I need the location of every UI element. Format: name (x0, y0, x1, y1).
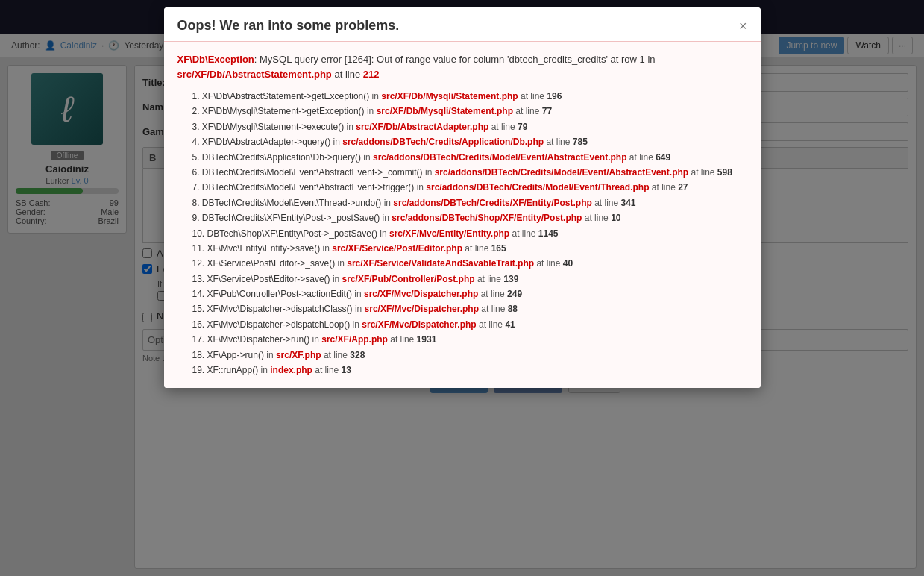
stack-line: 77 (542, 106, 552, 116)
stack-trace-item: XF\Mvc\Dispatcher->run() in src/XF/App.p… (192, 332, 747, 347)
stack-trace-item: DBTech\Shop\XF\Entity\Post->_postSave() … (192, 226, 747, 241)
stack-line: 649 (656, 152, 670, 163)
error-at-line-label: at line (334, 69, 362, 80)
stack-file: src/addons/DBTech/Credits/Model/Event/Ab… (435, 167, 689, 178)
stack-method: DBTech\Credits\Application\Db->query() (202, 152, 361, 163)
stack-file: src/addons/DBTech/Credits/Application/Db… (342, 137, 544, 147)
stack-trace-item: XF\Service\Post\Editor->save() in src/XF… (192, 272, 747, 287)
stack-method: XF\Service\Post\Editor->_save() (207, 258, 336, 269)
stack-method: DBTech\Shop\XF\Entity\Post->_postSave() (207, 228, 377, 239)
stack-file: src/addons/DBTech/Credits/Model/Event/Ab… (373, 152, 627, 163)
stack-trace-item: XF\Pub\Controller\Post->actionEdit() in … (192, 287, 747, 301)
stack-trace-item: DBTech\Credits\Model\Event\Thread->undo(… (192, 195, 747, 210)
stack-file: src/XF.php (276, 350, 321, 360)
stack-line: 1145 (538, 228, 559, 239)
stack-method: DBTech\Credits\Model\Event\AbstractEvent… (202, 182, 414, 192)
error-modal: Oops! We ran into some problems. × XF\Db… (164, 7, 761, 388)
stack-trace-item: XF\Mvc\Entity\Entity->save() in src/XF/S… (192, 241, 747, 256)
stack-line: 165 (491, 243, 506, 254)
stack-file: src/XF/Mvc/Dispatcher.php (365, 304, 479, 314)
stack-line: 1931 (417, 334, 437, 345)
stack-file: src/XF/Db/Mysqli/Statement.php (377, 106, 513, 116)
stack-file: src/XF/Mvc/Dispatcher.php (364, 289, 478, 299)
stack-method: DBTech\Credits\Model\Event\AbstractEvent… (202, 167, 423, 178)
stack-trace-item: XF\Db\AbstractAdapter->query() in src/ad… (192, 134, 747, 149)
error-file: src/XF/Db/AbstractStatement.php (177, 69, 332, 80)
stack-method: XF\App->run() (207, 350, 264, 360)
stack-method: DBTech\Credits\Model\Event\Thread->undo(… (202, 198, 381, 208)
stack-trace-item: XF\Mvc\Dispatcher->dispatchLoop() in src… (192, 317, 747, 332)
stack-trace-list: XF\Db\AbstractStatement->getException() … (177, 89, 747, 378)
modal-overlay: Oops! We ran into some problems. × XF\Db… (0, 0, 924, 576)
stack-file: src/XF/App.php (321, 334, 388, 345)
stack-trace-item: DBTech\Credits\Application\Db->query() i… (192, 150, 747, 165)
stack-line: 598 (717, 167, 732, 178)
stack-trace-item: XF::runApp() in index.php at line 13 (192, 363, 747, 378)
stack-file: src/XF/Service/Post/Editor.php (332, 243, 462, 254)
stack-method: XF::runApp() (207, 365, 259, 375)
error-message-text: : MySQL query error [1264]: Out of range… (254, 54, 656, 65)
error-line-number: 212 (363, 69, 380, 80)
stack-line: 10 (611, 213, 620, 223)
stack-file: index.php (270, 365, 312, 375)
stack-trace-item: XF\Service\Post\Editor->_save() in src/X… (192, 256, 747, 271)
error-type: XF\Db\Exception (177, 54, 254, 65)
stack-file: src/XF/Service/ValidateAndSavableTrait.p… (347, 258, 534, 269)
stack-trace-item: DBTech\Credits\Model\Event\AbstractEvent… (192, 180, 747, 195)
stack-file: src/XF/Db/AbstractAdapter.php (356, 122, 488, 132)
stack-file: src/addons/DBTech/Credits/Model/Event/Th… (426, 182, 649, 192)
modal-close-button[interactable]: × (739, 19, 747, 33)
stack-line: 79 (518, 122, 527, 132)
stack-method: XF\Db\AbstractAdapter->query() (202, 137, 330, 147)
stack-file: src/XF/Mvc/Entity/Entity.php (389, 228, 509, 239)
stack-method: XF\Db\Mysqli\Statement->getException() (202, 106, 365, 116)
stack-trace-item: XF\App->run() in src/XF.php at line 328 (192, 348, 747, 363)
stack-line: 196 (547, 91, 562, 101)
stack-trace-item: DBTech\Credits\XF\Entity\Post->_postSave… (192, 210, 747, 225)
stack-file: src/XF/Db/Mysqli/Statement.php (381, 91, 518, 101)
stack-line: 341 (621, 198, 636, 208)
stack-file: src/addons/DBTech/Credits/XF/Entity/Post… (393, 198, 591, 208)
stack-method: XF\Mvc\Dispatcher->dispatchClass() (207, 304, 353, 314)
stack-trace-item: XF\Db\AbstractStatement->getException() … (192, 89, 747, 104)
stack-method: DBTech\Credits\XF\Entity\Post->_postSave… (202, 213, 380, 223)
stack-method: XF\Mvc\Dispatcher->run() (207, 334, 310, 345)
stack-line: 88 (508, 304, 518, 314)
stack-file: src/XF/Pub/Controller/Post.php (342, 274, 475, 284)
stack-trace-item: XF\Db\Mysqli\Statement->getException() i… (192, 104, 747, 119)
stack-line: 139 (503, 274, 518, 284)
stack-line: 249 (507, 289, 522, 299)
stack-trace-item: DBTech\Credits\Model\Event\AbstractEvent… (192, 165, 747, 180)
stack-method: XF\Mvc\Dispatcher->dispatchLoop() (207, 319, 351, 330)
stack-line: 785 (573, 137, 588, 147)
stack-line: 40 (563, 258, 573, 269)
stack-trace-item: XF\Mvc\Dispatcher->dispatchClass() in sr… (192, 301, 747, 316)
stack-file: src/XF/Mvc/Dispatcher.php (362, 319, 476, 330)
stack-file: src/addons/DBTech/Shop/XF/Entity/Post.ph… (392, 213, 582, 223)
modal-title: Oops! We ran into some problems. (177, 18, 400, 34)
error-main-message: XF\Db\Exception: MySQL query error [1264… (177, 52, 747, 81)
stack-line: 328 (350, 350, 365, 360)
stack-method: XF\Mvc\Entity\Entity->save() (207, 243, 321, 254)
modal-header: Oops! We ran into some problems. × (164, 7, 761, 42)
stack-method: XF\Db\AbstractStatement->getException() (202, 91, 369, 101)
stack-trace-item: XF\Db\Mysqli\Statement->execute() in src… (192, 119, 747, 134)
stack-line: 13 (342, 365, 351, 375)
stack-line: 41 (505, 319, 515, 330)
modal-body: XF\Db\Exception: MySQL query error [1264… (164, 42, 761, 388)
stack-method: XF\Db\Mysqli\Statement->execute() (202, 122, 344, 132)
stack-method: XF\Pub\Controller\Post->actionEdit() (207, 289, 352, 299)
stack-method: XF\Service\Post\Editor->save() (207, 274, 330, 284)
stack-line: 27 (678, 182, 688, 192)
